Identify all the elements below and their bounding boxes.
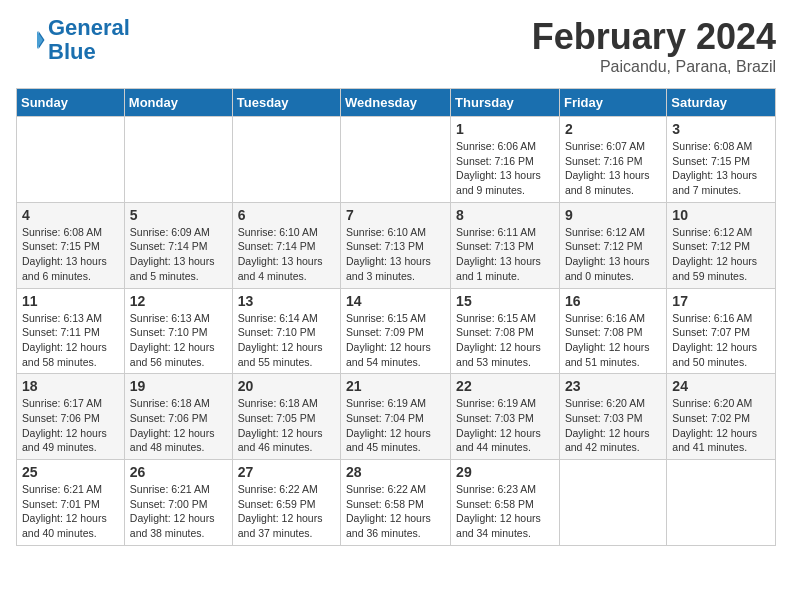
day-info: Sunrise: 6:12 AMSunset: 7:12 PMDaylight:… — [565, 225, 661, 284]
day-cell: 9Sunrise: 6:12 AMSunset: 7:12 PMDaylight… — [559, 202, 666, 288]
day-number: 18 — [22, 378, 119, 394]
day-info: Sunrise: 6:07 AMSunset: 7:16 PMDaylight:… — [565, 139, 661, 198]
header-cell-tuesday: Tuesday — [232, 89, 340, 117]
day-number: 28 — [346, 464, 445, 480]
day-cell — [341, 117, 451, 203]
page-header: General Blue February 2024 Paicandu, Par… — [16, 16, 776, 76]
header-cell-monday: Monday — [124, 89, 232, 117]
calendar-header: SundayMondayTuesdayWednesdayThursdayFrid… — [17, 89, 776, 117]
day-number: 22 — [456, 378, 554, 394]
day-number: 15 — [456, 293, 554, 309]
day-cell: 13Sunrise: 6:14 AMSunset: 7:10 PMDayligh… — [232, 288, 340, 374]
day-number: 20 — [238, 378, 335, 394]
day-cell: 3Sunrise: 6:08 AMSunset: 7:15 PMDaylight… — [667, 117, 776, 203]
day-cell: 16Sunrise: 6:16 AMSunset: 7:08 PMDayligh… — [559, 288, 666, 374]
calendar-body: 1Sunrise: 6:06 AMSunset: 7:16 PMDaylight… — [17, 117, 776, 546]
day-number: 24 — [672, 378, 770, 394]
week-row-3: 11Sunrise: 6:13 AMSunset: 7:11 PMDayligh… — [17, 288, 776, 374]
day-info: Sunrise: 6:21 AMSunset: 7:00 PMDaylight:… — [130, 482, 227, 541]
day-info: Sunrise: 6:22 AMSunset: 6:58 PMDaylight:… — [346, 482, 445, 541]
day-number: 26 — [130, 464, 227, 480]
day-cell — [232, 117, 340, 203]
day-info: Sunrise: 6:09 AMSunset: 7:14 PMDaylight:… — [130, 225, 227, 284]
header-cell-friday: Friday — [559, 89, 666, 117]
day-info: Sunrise: 6:11 AMSunset: 7:13 PMDaylight:… — [456, 225, 554, 284]
day-info: Sunrise: 6:20 AMSunset: 7:02 PMDaylight:… — [672, 396, 770, 455]
day-cell: 20Sunrise: 6:18 AMSunset: 7:05 PMDayligh… — [232, 374, 340, 460]
day-cell: 1Sunrise: 6:06 AMSunset: 7:16 PMDaylight… — [451, 117, 560, 203]
month-title: February 2024 — [532, 16, 776, 58]
day-cell: 18Sunrise: 6:17 AMSunset: 7:06 PMDayligh… — [17, 374, 125, 460]
day-info: Sunrise: 6:10 AMSunset: 7:14 PMDaylight:… — [238, 225, 335, 284]
day-cell: 4Sunrise: 6:08 AMSunset: 7:15 PMDaylight… — [17, 202, 125, 288]
day-cell: 7Sunrise: 6:10 AMSunset: 7:13 PMDaylight… — [341, 202, 451, 288]
day-number: 27 — [238, 464, 335, 480]
day-cell: 5Sunrise: 6:09 AMSunset: 7:14 PMDaylight… — [124, 202, 232, 288]
week-row-2: 4Sunrise: 6:08 AMSunset: 7:15 PMDaylight… — [17, 202, 776, 288]
day-number: 19 — [130, 378, 227, 394]
logo-line1: General — [48, 15, 130, 40]
location: Paicandu, Parana, Brazil — [532, 58, 776, 76]
day-cell — [667, 460, 776, 546]
day-cell: 22Sunrise: 6:19 AMSunset: 7:03 PMDayligh… — [451, 374, 560, 460]
day-number: 5 — [130, 207, 227, 223]
day-number: 12 — [130, 293, 227, 309]
day-cell: 8Sunrise: 6:11 AMSunset: 7:13 PMDaylight… — [451, 202, 560, 288]
day-info: Sunrise: 6:16 AMSunset: 7:07 PMDaylight:… — [672, 311, 770, 370]
day-info: Sunrise: 6:19 AMSunset: 7:04 PMDaylight:… — [346, 396, 445, 455]
day-number: 23 — [565, 378, 661, 394]
day-cell: 17Sunrise: 6:16 AMSunset: 7:07 PMDayligh… — [667, 288, 776, 374]
header-cell-wednesday: Wednesday — [341, 89, 451, 117]
day-info: Sunrise: 6:17 AMSunset: 7:06 PMDaylight:… — [22, 396, 119, 455]
header-cell-thursday: Thursday — [451, 89, 560, 117]
day-number: 11 — [22, 293, 119, 309]
day-number: 9 — [565, 207, 661, 223]
day-number: 6 — [238, 207, 335, 223]
logo-line2: Blue — [48, 39, 96, 64]
day-cell: 29Sunrise: 6:23 AMSunset: 6:58 PMDayligh… — [451, 460, 560, 546]
day-info: Sunrise: 6:18 AMSunset: 7:05 PMDaylight:… — [238, 396, 335, 455]
day-info: Sunrise: 6:14 AMSunset: 7:10 PMDaylight:… — [238, 311, 335, 370]
day-info: Sunrise: 6:08 AMSunset: 7:15 PMDaylight:… — [672, 139, 770, 198]
day-info: Sunrise: 6:16 AMSunset: 7:08 PMDaylight:… — [565, 311, 661, 370]
day-info: Sunrise: 6:22 AMSunset: 6:59 PMDaylight:… — [238, 482, 335, 541]
day-cell — [124, 117, 232, 203]
logo-text: General Blue — [48, 16, 130, 64]
day-info: Sunrise: 6:12 AMSunset: 7:12 PMDaylight:… — [672, 225, 770, 284]
day-number: 2 — [565, 121, 661, 137]
header-row: SundayMondayTuesdayWednesdayThursdayFrid… — [17, 89, 776, 117]
day-info: Sunrise: 6:20 AMSunset: 7:03 PMDaylight:… — [565, 396, 661, 455]
day-cell: 11Sunrise: 6:13 AMSunset: 7:11 PMDayligh… — [17, 288, 125, 374]
day-cell: 26Sunrise: 6:21 AMSunset: 7:00 PMDayligh… — [124, 460, 232, 546]
logo-icon — [16, 25, 46, 55]
day-number: 13 — [238, 293, 335, 309]
day-number: 4 — [22, 207, 119, 223]
day-cell: 27Sunrise: 6:22 AMSunset: 6:59 PMDayligh… — [232, 460, 340, 546]
day-cell: 10Sunrise: 6:12 AMSunset: 7:12 PMDayligh… — [667, 202, 776, 288]
day-info: Sunrise: 6:21 AMSunset: 7:01 PMDaylight:… — [22, 482, 119, 541]
day-cell: 24Sunrise: 6:20 AMSunset: 7:02 PMDayligh… — [667, 374, 776, 460]
day-info: Sunrise: 6:13 AMSunset: 7:10 PMDaylight:… — [130, 311, 227, 370]
day-info: Sunrise: 6:18 AMSunset: 7:06 PMDaylight:… — [130, 396, 227, 455]
week-row-5: 25Sunrise: 6:21 AMSunset: 7:01 PMDayligh… — [17, 460, 776, 546]
day-number: 25 — [22, 464, 119, 480]
day-number: 29 — [456, 464, 554, 480]
day-info: Sunrise: 6:15 AMSunset: 7:09 PMDaylight:… — [346, 311, 445, 370]
day-cell: 2Sunrise: 6:07 AMSunset: 7:16 PMDaylight… — [559, 117, 666, 203]
day-number: 3 — [672, 121, 770, 137]
day-number: 8 — [456, 207, 554, 223]
day-cell: 21Sunrise: 6:19 AMSunset: 7:04 PMDayligh… — [341, 374, 451, 460]
week-row-1: 1Sunrise: 6:06 AMSunset: 7:16 PMDaylight… — [17, 117, 776, 203]
logo: General Blue — [16, 16, 130, 64]
day-cell: 12Sunrise: 6:13 AMSunset: 7:10 PMDayligh… — [124, 288, 232, 374]
day-info: Sunrise: 6:08 AMSunset: 7:15 PMDaylight:… — [22, 225, 119, 284]
week-row-4: 18Sunrise: 6:17 AMSunset: 7:06 PMDayligh… — [17, 374, 776, 460]
day-number: 14 — [346, 293, 445, 309]
day-number: 1 — [456, 121, 554, 137]
title-block: February 2024 Paicandu, Parana, Brazil — [532, 16, 776, 76]
day-info: Sunrise: 6:23 AMSunset: 6:58 PMDaylight:… — [456, 482, 554, 541]
header-cell-sunday: Sunday — [17, 89, 125, 117]
day-cell: 25Sunrise: 6:21 AMSunset: 7:01 PMDayligh… — [17, 460, 125, 546]
day-cell — [559, 460, 666, 546]
day-cell — [17, 117, 125, 203]
